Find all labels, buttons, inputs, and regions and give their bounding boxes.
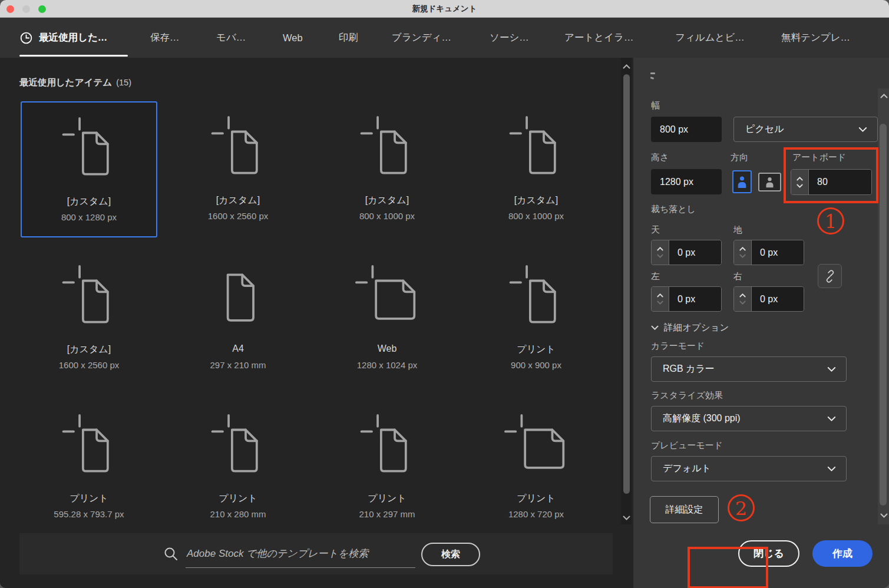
chevron-down-icon [797,184,803,188]
recent-items-header: 最近使用したアイテム(15) [19,77,131,89]
scroll-up-icon[interactable] [622,64,630,70]
tab-print[interactable]: 印刷 [339,18,358,58]
orientation-label: 方向 [731,152,748,163]
artboard-count-input[interactable]: 80 [809,170,871,194]
orientation-landscape-button[interactable] [758,173,781,191]
category-tab-bar: 最近使用した… 保存… モバ… Web 印刷 ブランディ… ソーシ… アートとイ… [0,18,889,58]
recent-item-custom-800x1000-b[interactable]: [カスタム] 800 x 1000 px [468,101,604,237]
recent-item-print-595x793[interactable]: プリント 595.28 x 793.7 px [21,399,157,536]
recent-items-count: (15) [116,78,131,87]
tab-saved[interactable]: 保存… [150,18,180,58]
bleed-left-label: 左 [651,271,660,282]
left-scrollbar-thumb[interactable] [623,74,630,494]
search-underline [186,567,415,568]
tab-film-video[interactable]: フィルムとビ… [675,18,745,58]
height-label: 高さ [651,152,669,163]
item-name: [カスタム] [22,196,156,208]
chevron-down-icon [827,414,836,424]
recent-item-print-210x297[interactable]: プリント 210 x 297 mm [319,399,455,536]
item-name: [カスタム] [468,194,604,207]
chevron-up-icon [657,247,663,251]
bleed-top-input[interactable]: 0 px [669,240,721,265]
recent-item-print-210x280[interactable]: プリント 210 x 280 mm [170,399,306,536]
item-size: 1600 x 2560 px [170,211,306,221]
stepper-arrows[interactable] [734,240,752,265]
scroll-up-icon[interactable] [880,93,888,99]
item-size: 1280 x 1024 px [319,360,455,370]
close-button[interactable]: 閉じる [738,540,799,567]
stepper-arrows[interactable] [734,287,752,311]
preview-mode-dropdown[interactable]: デフォルト [651,456,847,481]
link-icon [824,270,837,283]
item-name: プリント [468,493,604,505]
item-name: [カスタム] [21,343,157,356]
bleed-right-stepper[interactable]: 0 px [733,286,804,312]
document-icon [319,265,455,329]
document-settings-panel: 幅 800 px ピクセル 高さ 1280 px 方向 アートボード [633,58,889,588]
tab-web[interactable]: Web [283,18,303,58]
color-mode-dropdown[interactable]: RGB カラー [651,356,847,382]
window-title: 新規ドキュメント [0,4,889,14]
recent-item-print-1280x720[interactable]: プリント 1280 x 720 px [468,399,604,536]
titlebar: 新規ドキュメント [0,0,889,18]
item-name: [カスタム] [170,194,306,207]
scroll-down-icon[interactable] [880,513,888,518]
document-icon [22,117,156,181]
more-settings-button[interactable]: 詳細設定 [650,496,719,523]
tab-branding[interactable]: ブランディ… [392,18,451,58]
document-icon [468,115,604,180]
chevron-down-icon [739,300,746,305]
item-size: 900 x 900 px [468,360,604,370]
item-name: [カスタム] [319,194,455,207]
clipped-text-fragment [650,77,654,79]
item-size: 800 x 1000 px [468,211,604,221]
recent-item-custom-1600x2560[interactable]: [カスタム] 1600 x 2560 px [170,101,306,237]
document-icon [319,414,455,478]
link-bleed-values-button[interactable] [818,264,842,288]
chevron-down-icon [858,124,867,135]
orientation-portrait-button[interactable] [732,170,752,193]
item-size: 800 x 1280 px [22,212,156,222]
stepper-arrows[interactable] [652,287,669,311]
clipped-text-fragment [650,72,655,74]
search-input[interactable]: Adobe Stock で他のテンプレートを検索 [187,547,368,560]
raster-effects-dropdown[interactable]: 高解像度 (300 ppi) [651,406,847,431]
recent-item-custom-800x1280[interactable]: [カスタム] 800 x 1280 px [21,101,157,237]
chevron-up-icon [739,293,746,298]
item-size: 1280 x 720 px [468,509,604,519]
advanced-options-toggle[interactable]: 詳細オプション [651,322,729,334]
item-size: 595.28 x 793.7 px [21,509,157,519]
tab-art-illustration[interactable]: アートとイラ… [564,18,633,58]
right-scrollbar-thumb[interactable] [880,124,887,506]
bleed-bottom-input[interactable]: 0 px [752,240,804,265]
clock-icon [19,31,33,45]
recent-item-custom-1600x2560-b[interactable]: [カスタム] 1600 x 2560 px [21,250,157,387]
recent-item-web-1280x1024[interactable]: Web 1280 x 1024 px [319,250,455,387]
recent-item-custom-800x1000[interactable]: [カスタム] 800 x 1000 px [319,101,455,237]
bleed-left-stepper[interactable]: 0 px [651,286,722,312]
tab-social[interactable]: ソーシ… [490,18,529,58]
bleed-right-input[interactable]: 0 px [752,287,804,311]
scroll-down-icon[interactable] [622,515,630,521]
tab-free-templates[interactable]: 無料テンプレ… [781,18,850,58]
artboard-stepper[interactable]: 80 [791,169,872,195]
height-input[interactable]: 1280 px [651,169,722,194]
create-button[interactable]: 作成 [812,540,873,567]
color-mode-label: カラーモード [651,341,705,352]
bleed-top-stepper[interactable]: 0 px [651,240,722,265]
active-tab-underline [19,55,128,57]
item-size: 210 x 280 mm [170,509,306,519]
search-button[interactable]: 検索 [421,543,480,566]
width-label: 幅 [651,100,660,111]
stepper-arrows[interactable] [652,240,669,265]
chevron-up-icon [739,247,746,251]
bleed-bottom-stepper[interactable]: 0 px [733,240,804,265]
tab-recent[interactable]: 最近使用した… [19,18,107,58]
stepper-arrows[interactable] [791,170,809,194]
tab-mobile[interactable]: モバ… [216,18,246,58]
recent-item-print-900x900[interactable]: プリント 900 x 900 px [468,250,604,387]
recent-item-a4[interactable]: A4 297 x 210 mm [170,250,306,387]
bleed-left-input[interactable]: 0 px [669,287,721,311]
unit-dropdown[interactable]: ピクセル [733,117,878,142]
width-input[interactable]: 800 px [651,117,722,142]
